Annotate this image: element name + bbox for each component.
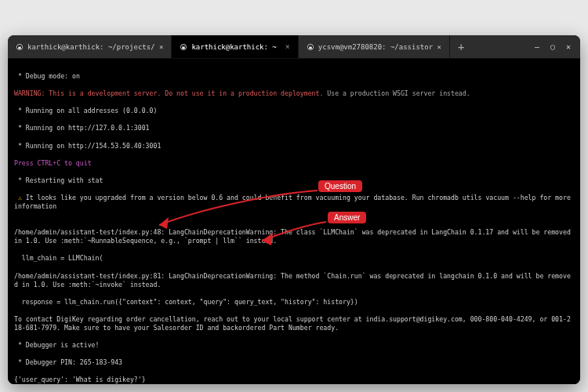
term-line: * Running on http://154.53.50.40:3001 (14, 142, 574, 151)
titlebar: karthick@karthick: ~/projects/ × karthic… (8, 35, 580, 59)
svg-point-3 (18, 45, 19, 46)
svg-point-5 (19, 46, 20, 47)
tab-label: karthick@karthick: ~ (191, 43, 276, 51)
window-controls: — ○ ✕ (525, 42, 580, 51)
term-line: llm_chain = LLMChain( (14, 254, 574, 263)
svg-point-10 (184, 45, 185, 46)
svg-point-4 (20, 45, 20, 46)
svg-point-9 (183, 45, 183, 46)
svg-point-16 (310, 45, 311, 46)
warning-text: WARNING: This is a development server. D… (14, 89, 323, 97)
svg-point-17 (310, 46, 310, 47)
term-line: WARNING: This is a development server. D… (14, 89, 574, 98)
tux-icon (16, 43, 24, 51)
tab-3[interactable]: ycsvm@vm2780820: ~/assistor × (299, 35, 450, 58)
tab-1[interactable]: karthick@karthick: ~/projects/ × (8, 35, 172, 58)
term-line: To contact DigiKey regarding order cance… (14, 315, 574, 332)
term-line: /home/admin/assistant-test/index.py:81: … (14, 272, 574, 289)
tux-icon (180, 43, 187, 51)
term-line: Press CTRL+C to quit (14, 159, 574, 168)
close-window-button[interactable]: ✕ (566, 42, 571, 51)
term-line: ⚠ It looks like you upgraded from a vers… (14, 194, 574, 211)
tab-label: ycsvm@vm2780820: ~/assistor × (318, 43, 441, 51)
term-line: * Restarting with stat (14, 176, 574, 185)
user-query-line: {'user_query': 'What is digikey?'} (14, 376, 574, 384)
term-line: * Running on all addresses (0.0.0.0) (14, 107, 574, 115)
warning-icon: ⚠ (14, 194, 26, 201)
term-line: response = llm_chain.run({"context": con… (14, 298, 574, 307)
terminal-window: karthick@karthick: ~/projects/ × karthic… (8, 35, 580, 384)
term-line: /home/admin/assistant-test/index.py:48: … (14, 228, 574, 245)
term-line: * Debug mode: on (14, 72, 574, 81)
minimize-button[interactable]: — (535, 42, 539, 51)
terminal-output[interactable]: * Debug mode: on WARNING: This is a deve… (8, 59, 580, 384)
close-tab-icon[interactable]: × (285, 42, 290, 51)
term-line: * Running on http://127.0.0.1:3001 (14, 124, 574, 132)
warning-tail: Use a production WSGI server instead. (323, 89, 470, 97)
term-line: * Debugger PIN: 265-183-943 (14, 358, 574, 367)
tab-2[interactable]: karthick@karthick: ~ × (172, 35, 298, 58)
term-line: * Debugger is active! (14, 341, 574, 350)
new-tab-button[interactable]: + (450, 41, 472, 53)
maximize-button[interactable]: ○ (550, 42, 555, 51)
term-text: It looks like you upgraded from a versio… (14, 194, 575, 210)
svg-point-15 (309, 45, 310, 46)
tab-label: karthick@karthick: ~/projects/ × (27, 43, 163, 51)
tux-icon (307, 43, 314, 51)
svg-point-11 (183, 46, 184, 47)
